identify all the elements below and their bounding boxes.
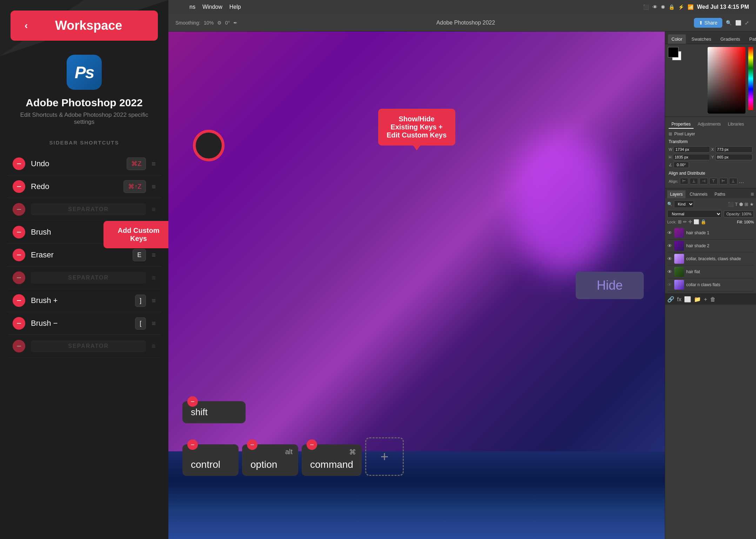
layer-4-visibility[interactable]: 👁 bbox=[667, 269, 672, 275]
layer-filter-shape-button[interactable]: ⬟ bbox=[739, 202, 743, 207]
x-value[interactable]: 773 px bbox=[715, 146, 752, 153]
tab-channels[interactable]: Channels bbox=[687, 190, 710, 198]
remove-undo-button[interactable]: − bbox=[13, 157, 25, 170]
delete-layer-button[interactable]: 🗑 bbox=[710, 296, 716, 303]
layer-2-visibility[interactable]: 👁 bbox=[667, 243, 672, 249]
brush-minus-key-badge: [ bbox=[135, 317, 146, 330]
align-bottom-button[interactable]: ⊥ bbox=[729, 178, 737, 184]
tab-paths[interactable]: Paths bbox=[712, 190, 728, 198]
redo-drag-handle[interactable]: ≡ bbox=[152, 183, 156, 191]
link-layers-button[interactable]: 🔗 bbox=[667, 296, 674, 303]
more-options-button[interactable]: … bbox=[739, 178, 744, 184]
lock-pixel-button[interactable]: ⊞ bbox=[678, 219, 682, 224]
y-value[interactable]: 865 px bbox=[715, 154, 752, 160]
remove-brush-minus-button[interactable]: − bbox=[13, 317, 25, 330]
sep2-drag-handle[interactable]: ≡ bbox=[152, 274, 156, 282]
remove-eraser-button[interactable]: − bbox=[13, 249, 25, 261]
brush-minus-drag-handle[interactable]: ≡ bbox=[152, 319, 156, 328]
layer-filter-pixel-button[interactable]: ⬛ bbox=[728, 202, 734, 207]
mac-topbar: ns Window Help ⬛ 👁 ❋ 🔒 ⚡ 📶 Wed Jul 13 4:… bbox=[168, 0, 756, 14]
align-middle-v-button[interactable]: ⊢ bbox=[719, 178, 728, 184]
remove-sep1-button[interactable]: − bbox=[13, 203, 25, 216]
remove-command-button[interactable]: − bbox=[307, 439, 317, 450]
new-layer-button[interactable]: + bbox=[704, 296, 707, 303]
key-panels-row: − control − alt option − ⌘ command bbox=[182, 434, 404, 476]
layer-item-2: 👁 hair shade 2 bbox=[667, 240, 754, 252]
layers-panel-menu-button[interactable]: ≡ bbox=[751, 190, 754, 198]
align-label: Align: bbox=[669, 179, 678, 183]
remove-option-button[interactable]: − bbox=[247, 439, 257, 450]
hide-button[interactable]: Hide bbox=[576, 272, 644, 299]
undo-drag-handle[interactable]: ≡ bbox=[152, 160, 156, 168]
expand-icon[interactable]: ⤢ bbox=[745, 20, 749, 26]
remove-shift-button[interactable]: − bbox=[187, 396, 198, 407]
opacity-value[interactable]: Opacity: 100% bbox=[724, 210, 754, 217]
align-top-button[interactable]: ⊤ bbox=[709, 178, 718, 184]
tab-adjustments[interactable]: Adjustments bbox=[695, 120, 724, 129]
remove-brush-button[interactable]: − bbox=[13, 226, 25, 238]
align-right-button[interactable]: ⊣ bbox=[700, 178, 708, 184]
layer-filter-smart-button[interactable]: ⊞ bbox=[744, 202, 748, 207]
lock-artboard-button[interactable]: ⬜ bbox=[694, 219, 699, 224]
search-icon[interactable]: 🔍 bbox=[726, 20, 732, 26]
tab-properties[interactable]: Properties bbox=[669, 120, 694, 129]
layer-filter-effects-button[interactable]: ★ bbox=[750, 202, 754, 207]
remove-sep2-button[interactable]: − bbox=[13, 271, 25, 284]
lock-all-button[interactable]: 🔒 bbox=[701, 219, 706, 224]
layers-tabs: Layers Channels Paths ≡ bbox=[665, 188, 756, 198]
menu-ns[interactable]: ns bbox=[189, 4, 195, 10]
shift-key-label: shift bbox=[191, 407, 208, 417]
remove-sep3-button[interactable]: − bbox=[13, 340, 25, 352]
height-value[interactable]: 1835 px bbox=[673, 154, 710, 160]
layer-filter-text-button[interactable]: T bbox=[735, 202, 738, 207]
layer-2-name[interactable]: hair shade 2 bbox=[686, 243, 754, 248]
layer-5-name[interactable]: collar n claws flats bbox=[686, 282, 754, 287]
layer-5-visibility[interactable]: 👁 bbox=[667, 282, 672, 288]
brush-plus-drag-handle[interactable]: ≡ bbox=[152, 297, 156, 305]
layer-3-name[interactable]: collar, bracelets, claws shade bbox=[686, 256, 754, 261]
back-button[interactable]: ‹ Workspace bbox=[11, 11, 158, 41]
sep1-drag-handle[interactable]: ≡ bbox=[152, 206, 156, 214]
pen-icon: ✒ bbox=[233, 20, 237, 26]
menu-help[interactable]: Help bbox=[229, 4, 241, 10]
shortcut-redo: − Redo ⌘↑Z ≡ bbox=[7, 175, 161, 198]
foreground-color-swatch[interactable] bbox=[668, 47, 678, 58]
tab-libraries[interactable]: Libraries bbox=[725, 120, 747, 129]
add-mask-button[interactable]: ⬜ bbox=[684, 296, 691, 303]
remove-brush-plus-button[interactable]: − bbox=[13, 294, 25, 307]
smoothing-label: Smoothing: bbox=[175, 20, 200, 26]
layer-4-name[interactable]: hair flat bbox=[686, 269, 754, 274]
lock-paint-button[interactable]: ✏ bbox=[683, 219, 687, 224]
layers-kind-select[interactable]: Kind bbox=[674, 200, 694, 208]
new-group-button[interactable]: 📁 bbox=[694, 296, 701, 303]
window-icon[interactable]: ⬜ bbox=[735, 20, 741, 26]
layer-effects-button[interactable]: fx bbox=[677, 296, 681, 303]
tab-color[interactable]: Color bbox=[668, 34, 686, 44]
tab-patterns[interactable]: Patterns bbox=[746, 34, 756, 44]
canvas-image: Hide Show/Hide Existing Keys + Edit Cust… bbox=[168, 32, 665, 539]
width-row: W 1734 px bbox=[669, 146, 710, 153]
sep3-drag-handle[interactable]: ≡ bbox=[152, 342, 156, 350]
align-center-h-button[interactable]: ⊥ bbox=[690, 178, 698, 184]
blend-mode-select[interactable]: Normal bbox=[667, 210, 722, 218]
angle-field[interactable]: 0.00° bbox=[674, 162, 689, 168]
align-left-button[interactable]: ⊢ bbox=[680, 178, 688, 184]
layer-1-visibility[interactable]: 👁 bbox=[667, 230, 672, 236]
color-gradient[interactable] bbox=[708, 47, 746, 114]
add-key-button[interactable]: + bbox=[365, 437, 404, 476]
remove-redo-button[interactable]: − bbox=[13, 180, 25, 193]
tab-layers[interactable]: Layers bbox=[667, 190, 685, 198]
menu-window[interactable]: Window bbox=[202, 4, 222, 10]
tab-gradients[interactable]: Gradients bbox=[717, 34, 743, 44]
layer-1-name[interactable]: hair shade 1 bbox=[686, 230, 754, 235]
layer-3-visibility[interactable]: 👁 bbox=[667, 256, 672, 262]
separator-2-text: SEPARATOR bbox=[31, 272, 146, 284]
width-value[interactable]: 1734 px bbox=[674, 146, 710, 153]
lock-position-button[interactable]: ✛ bbox=[688, 219, 692, 224]
tab-swatches[interactable]: Swatches bbox=[688, 34, 715, 44]
eraser-drag-handle[interactable]: ≡ bbox=[152, 251, 156, 259]
lock-label: Lock: bbox=[667, 220, 676, 224]
color-spectrum-bar[interactable] bbox=[748, 47, 753, 110]
share-button[interactable]: ⬆ Share bbox=[694, 18, 722, 28]
remove-control-button[interactable]: − bbox=[187, 439, 198, 450]
